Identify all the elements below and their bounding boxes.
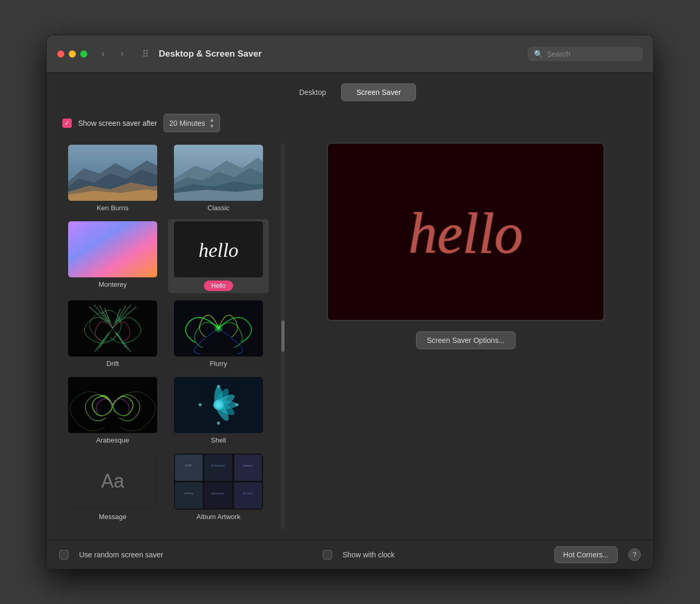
saver-thumb-message: Aa (68, 454, 157, 510)
saver-name-shell: Shell (211, 436, 226, 444)
titlebar: ‹ › ⠿ Desktop & Screen Saver 🔍 (47, 35, 653, 73)
saver-thumb-flurry (174, 300, 263, 357)
search-input[interactable] (547, 50, 637, 58)
screen-saver-options-button[interactable]: Screen Saver Options... (416, 331, 516, 349)
saver-item-classic[interactable]: Classic (168, 143, 269, 214)
saver-thumb-album: POP ALTernative electro nR'hive electron… (174, 454, 263, 510)
svg-text:nR'hive: nR'hive (184, 492, 193, 495)
svg-rect-34 (175, 455, 203, 481)
saver-thumb-shell (174, 377, 263, 433)
grid-button[interactable]: ⠿ (138, 47, 152, 61)
saver-item-shell[interactable]: Shell (168, 375, 269, 446)
screensaver-settings-row: ✓ Show screen saver after 20 Minutes ▲ ▼ (62, 114, 638, 132)
saver-list: Ken Burns (62, 143, 272, 529)
svg-rect-10 (68, 221, 157, 277)
tab-screensaver[interactable]: Screen Saver (341, 83, 416, 101)
saver-item-drift[interactable]: Drift (62, 298, 163, 370)
svg-point-16 (216, 326, 221, 330)
saver-item-hello[interactable]: hello Hello (168, 219, 269, 293)
random-label: Use random screen saver (79, 551, 163, 559)
svg-rect-17 (68, 377, 157, 433)
tab-desktop[interactable]: Desktop (284, 83, 341, 101)
saver-name-classic: Classic (207, 204, 229, 212)
saver-thumb-classic (174, 145, 263, 201)
close-button[interactable] (57, 50, 64, 58)
scrollbar-track (281, 143, 285, 529)
svg-point-30 (235, 403, 238, 406)
saver-item-ken-burns[interactable]: Ken Burns (62, 143, 163, 214)
svg-text:Aa: Aa (101, 470, 125, 492)
forward-button[interactable]: › (115, 47, 129, 61)
svg-rect-37 (175, 482, 203, 509)
saver-thumb-monterey (68, 221, 157, 277)
preview-frame: hello (327, 143, 605, 321)
maximize-button[interactable] (80, 50, 88, 58)
saver-thumb-hello: hello (174, 221, 263, 277)
content-area: Desktop Screen Saver ✓ Show screen saver… (47, 73, 653, 540)
time-dropdown[interactable]: 20 Minutes ▲ ▼ (163, 114, 220, 132)
svg-rect-38 (204, 482, 232, 509)
svg-point-26 (215, 402, 222, 408)
search-box: 🔍 (528, 47, 643, 61)
traffic-lights (57, 50, 88, 58)
screensaver-checkbox[interactable]: ✓ (62, 118, 72, 128)
saver-name-flurry: Flurry (210, 360, 227, 368)
svg-point-28 (217, 422, 220, 425)
preview-area: hello Screen Saver Options... (294, 143, 638, 529)
tab-bar: Desktop Screen Saver (62, 83, 638, 101)
svg-point-29 (199, 403, 202, 406)
back-button[interactable]: ‹ (96, 47, 111, 61)
nav-buttons: ‹ › (96, 47, 129, 61)
time-value: 20 Minutes (169, 119, 205, 127)
random-checkbox[interactable] (59, 550, 69, 559)
saver-item-album-artwork[interactable]: POP ALTernative electro nR'hive electron… (168, 451, 269, 523)
saver-name-message: Message (99, 513, 127, 521)
stepper-arrows: ▲ ▼ (209, 117, 214, 129)
scrollbar-thumb[interactable] (281, 320, 285, 352)
saver-name-drift: Drift (106, 360, 119, 368)
screensaver-label: Show screen saver after (78, 119, 157, 127)
saver-name-ken-burns: Ken Burns (97, 204, 129, 212)
saver-item-arabesque[interactable]: Arabesque (62, 375, 163, 446)
svg-rect-39 (234, 482, 262, 509)
saver-thumb-ken-burns (68, 145, 157, 201)
svg-text:POP: POP (185, 464, 192, 467)
clock-label: Show with clock (343, 551, 395, 559)
svg-text:ALTernative: ALTernative (211, 464, 225, 467)
help-button[interactable]: ? (628, 548, 641, 561)
svg-rect-36 (234, 455, 262, 481)
saver-item-flurry[interactable]: Flurry (168, 298, 269, 370)
saver-name-album-artwork: Album Artwork (196, 513, 240, 521)
hot-corners-button[interactable]: Hot Corners... (554, 546, 618, 563)
svg-text:BLUES: BLUES (243, 492, 253, 495)
saver-item-monterey[interactable]: Monterey (62, 219, 163, 293)
svg-text:electronic: electronic (211, 492, 225, 495)
saver-name-hello: Hello (204, 281, 233, 291)
saver-name-monterey: Monterey (99, 281, 127, 288)
minimize-button[interactable] (69, 50, 76, 58)
svg-text:electro: electro (243, 464, 253, 467)
saver-name-arabesque: Arabesque (96, 436, 129, 444)
svg-text:hello: hello (199, 239, 238, 261)
main-area: Ken Burns (62, 143, 638, 529)
saver-thumb-arabesque (68, 377, 157, 433)
svg-point-27 (217, 385, 220, 388)
main-window: ‹ › ⠿ Desktop & Screen Saver 🔍 Desktop S… (46, 35, 654, 569)
window-title: Desktop & Screen Saver (159, 49, 528, 59)
saver-item-message[interactable]: Aa Message (62, 451, 163, 523)
saver-thumb-drift (68, 300, 157, 357)
svg-text:hello: hello (409, 202, 523, 265)
search-icon: 🔍 (534, 50, 543, 58)
svg-rect-35 (204, 455, 232, 481)
bottom-bar: Use random screen saver Show with clock … (47, 540, 653, 569)
clock-checkbox[interactable] (323, 550, 332, 559)
